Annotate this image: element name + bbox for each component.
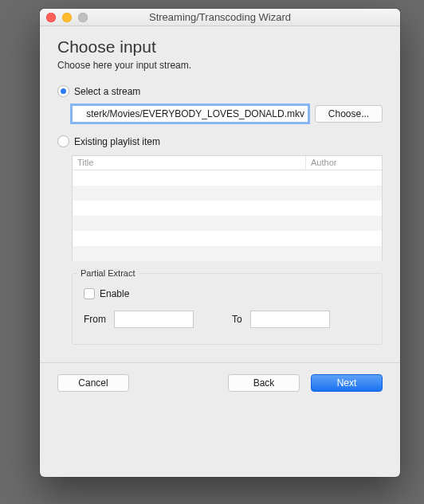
page-heading: Choose input <box>57 37 383 57</box>
enable-checkbox[interactable]: Enable <box>84 288 371 299</box>
from-input[interactable] <box>114 311 194 328</box>
table-row <box>73 246 382 261</box>
radio-label: Existing playlist item <box>74 136 160 147</box>
partial-extract-legend: Partial Extract <box>77 268 138 278</box>
table-row <box>73 170 382 186</box>
zoom-icon <box>78 13 88 22</box>
next-button[interactable]: Next <box>311 374 383 392</box>
wizard-window: Streaming/Transcoding Wizard Choose inpu… <box>40 9 400 477</box>
to-input[interactable] <box>250 311 330 328</box>
from-label: From <box>84 314 106 325</box>
table-row <box>73 186 382 201</box>
table-row <box>73 201 382 216</box>
close-icon[interactable] <box>46 13 56 22</box>
playlist-table[interactable]: Title Author <box>72 155 383 260</box>
to-label: To <box>232 314 242 325</box>
cancel-button[interactable]: Cancel <box>57 374 129 392</box>
titlebar: Streaming/Transcoding Wizard <box>40 9 400 26</box>
radio-icon <box>57 135 69 147</box>
page-subheading: Choose here your input stream. <box>57 60 383 71</box>
playlist-rows <box>73 170 382 261</box>
column-author[interactable]: Author <box>306 156 382 170</box>
radio-existing-playlist[interactable]: Existing playlist item <box>57 135 383 147</box>
window-title: Streaming/Transcoding Wizard <box>149 11 291 23</box>
checkbox-icon <box>84 288 95 299</box>
minimize-icon[interactable] <box>62 13 72 22</box>
choose-button[interactable]: Choose... <box>315 105 383 123</box>
stream-path-input[interactable] <box>72 105 308 123</box>
radio-select-stream[interactable]: Select a stream <box>57 85 383 97</box>
radio-label: Select a stream <box>74 86 140 97</box>
radio-icon <box>57 85 69 97</box>
table-row <box>73 216 382 231</box>
partial-extract-group: Partial Extract Enable From To <box>72 273 383 345</box>
back-button[interactable]: Back <box>228 374 300 392</box>
checkbox-label: Enable <box>100 288 129 299</box>
footer-buttons: Cancel Back Next <box>57 363 383 392</box>
column-title[interactable]: Title <box>73 156 306 170</box>
table-row <box>73 231 382 246</box>
